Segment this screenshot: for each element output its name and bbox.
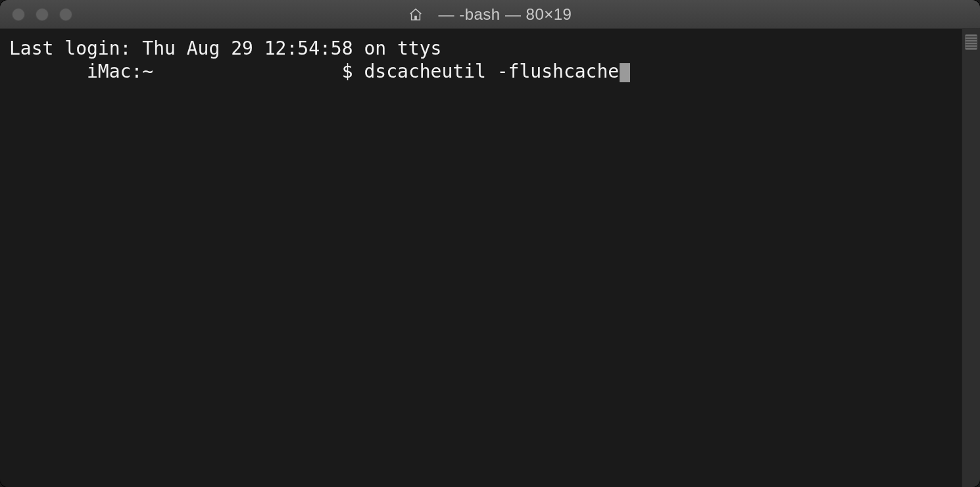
scrollbar-thumb[interactable] (965, 34, 977, 50)
zoom-button[interactable] (59, 8, 72, 21)
terminal-body-wrap: Last login: Thu Aug 29 12:54:58 on ttys … (0, 29, 980, 487)
prompt-host: iMac:~ (87, 61, 153, 82)
prompt-symbol: $ (342, 61, 364, 82)
prompt-line: iMac:~ $ dscacheutil -flushcache (9, 60, 954, 83)
minimize-button[interactable] (36, 8, 49, 21)
terminal-body[interactable]: Last login: Thu Aug 29 12:54:58 on ttys … (0, 29, 962, 487)
terminal-window: — -bash — 80×19 Last login: Thu Aug 29 1… (0, 0, 980, 487)
cursor (620, 63, 630, 82)
command-text: dscacheutil -flushcache (364, 61, 619, 82)
home-icon (408, 7, 423, 22)
last-login-line: Last login: Thu Aug 29 12:54:58 on ttys (9, 37, 954, 60)
scrollbar-track[interactable] (962, 29, 980, 487)
traffic-lights (0, 8, 72, 21)
titlebar[interactable]: — -bash — 80×19 (0, 0, 980, 29)
close-button[interactable] (12, 8, 25, 21)
window-title: — -bash — 80×19 (439, 5, 572, 24)
window-title-group: — -bash — 80×19 (0, 5, 980, 24)
svg-rect-0 (414, 15, 417, 19)
prompt-gap (153, 61, 342, 82)
prompt-prefix-spaces (9, 61, 87, 82)
